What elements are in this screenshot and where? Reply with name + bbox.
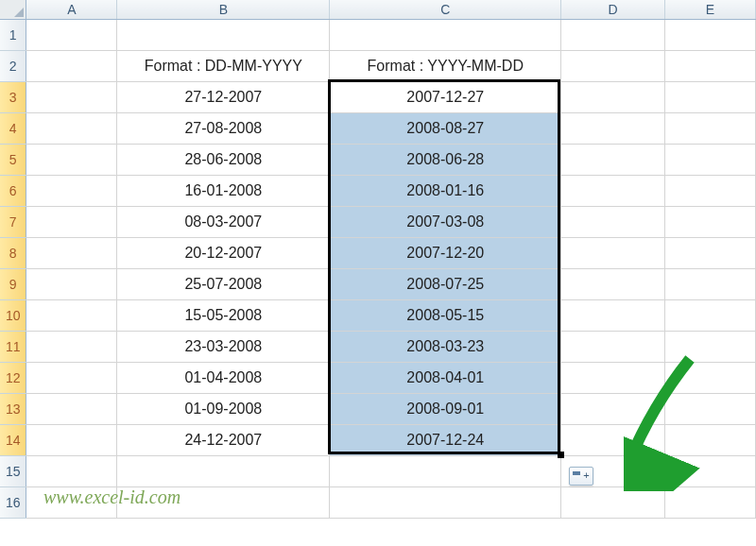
row-header-7[interactable]: 7 bbox=[0, 206, 26, 237]
cell-B3[interactable]: 27-12-2007 bbox=[117, 81, 330, 112]
select-all-corner[interactable] bbox=[0, 0, 26, 19]
cell-E8[interactable] bbox=[665, 237, 756, 268]
cell-A10[interactable] bbox=[26, 299, 117, 331]
autofill-options-button[interactable] bbox=[569, 467, 593, 486]
cell-C2[interactable]: Format : YYYY-MM-DD bbox=[330, 50, 561, 81]
row-header-15[interactable]: 15 bbox=[0, 455, 26, 486]
cell-C10[interactable]: 2008-05-15 bbox=[330, 299, 561, 331]
cell-D5[interactable] bbox=[561, 144, 665, 175]
cell-E3[interactable] bbox=[665, 81, 756, 112]
cell-E13[interactable] bbox=[665, 393, 756, 424]
row-header-14[interactable]: 14 bbox=[0, 424, 26, 455]
cell-E14[interactable] bbox=[665, 424, 756, 455]
row-header-6[interactable]: 6 bbox=[0, 175, 26, 206]
cell-B5[interactable]: 28-06-2008 bbox=[117, 144, 330, 175]
cell-A2[interactable] bbox=[26, 50, 117, 81]
cell-E5[interactable] bbox=[665, 144, 756, 175]
cell-A13[interactable] bbox=[26, 393, 117, 424]
row-header-10[interactable]: 10 bbox=[0, 299, 26, 331]
cell-B2[interactable]: Format : DD-MM-YYYY bbox=[117, 50, 330, 81]
col-header-D[interactable]: D bbox=[561, 0, 665, 19]
row-header-4[interactable]: 4 bbox=[0, 112, 26, 144]
row-header-5[interactable]: 5 bbox=[0, 144, 26, 175]
cell-E2[interactable] bbox=[665, 50, 756, 81]
cell-D12[interactable] bbox=[561, 362, 665, 393]
cell-B12[interactable]: 01-04-2008 bbox=[117, 362, 330, 393]
cell-C12[interactable]: 2008-04-01 bbox=[330, 362, 561, 393]
cell-B10[interactable]: 15-05-2008 bbox=[117, 299, 330, 331]
cell-A16[interactable] bbox=[26, 486, 117, 518]
spreadsheet-grid[interactable]: A B C D E 12Format : DD-MM-YYYYFormat : … bbox=[0, 0, 756, 519]
cell-C15[interactable] bbox=[330, 455, 561, 486]
cell-B1[interactable] bbox=[117, 19, 330, 50]
cell-C7[interactable]: 2007-03-08 bbox=[330, 206, 561, 237]
cell-D16[interactable] bbox=[561, 486, 665, 518]
cell-C4[interactable]: 2008-08-27 bbox=[330, 112, 561, 144]
row-header-16[interactable]: 16 bbox=[0, 486, 26, 518]
cell-C13[interactable]: 2008-09-01 bbox=[330, 393, 561, 424]
cell-D11[interactable] bbox=[561, 331, 665, 362]
cell-E16[interactable] bbox=[665, 486, 756, 518]
cell-A8[interactable] bbox=[26, 237, 117, 268]
cell-D7[interactable] bbox=[561, 206, 665, 237]
cell-E15[interactable] bbox=[665, 455, 756, 486]
cell-B4[interactable]: 27-08-2008 bbox=[117, 112, 330, 144]
cell-E4[interactable] bbox=[665, 112, 756, 144]
cell-E6[interactable] bbox=[665, 175, 756, 206]
cell-A15[interactable] bbox=[26, 455, 117, 486]
cell-C1[interactable] bbox=[330, 19, 561, 50]
cell-A14[interactable] bbox=[26, 424, 117, 455]
cell-D8[interactable] bbox=[561, 237, 665, 268]
cell-E9[interactable] bbox=[665, 268, 756, 299]
cell-E11[interactable] bbox=[665, 331, 756, 362]
cell-A1[interactable] bbox=[26, 19, 117, 50]
cell-C5[interactable]: 2008-06-28 bbox=[330, 144, 561, 175]
cell-D14[interactable] bbox=[561, 424, 665, 455]
cell-B15[interactable] bbox=[117, 455, 330, 486]
col-header-B[interactable]: B bbox=[117, 0, 330, 19]
cell-A11[interactable] bbox=[26, 331, 117, 362]
cell-E10[interactable] bbox=[665, 299, 756, 331]
row-header-11[interactable]: 11 bbox=[0, 331, 26, 362]
cell-B11[interactable]: 23-03-2008 bbox=[117, 331, 330, 362]
cell-D13[interactable] bbox=[561, 393, 665, 424]
cell-D10[interactable] bbox=[561, 299, 665, 331]
cell-A5[interactable] bbox=[26, 144, 117, 175]
cell-B7[interactable]: 08-03-2007 bbox=[117, 206, 330, 237]
row-header-13[interactable]: 13 bbox=[0, 393, 26, 424]
cell-C11[interactable]: 2008-03-23 bbox=[330, 331, 561, 362]
cell-C9[interactable]: 2008-07-25 bbox=[330, 268, 561, 299]
col-header-E[interactable]: E bbox=[665, 0, 756, 19]
cell-A4[interactable] bbox=[26, 112, 117, 144]
cell-B13[interactable]: 01-09-2008 bbox=[117, 393, 330, 424]
cell-A3[interactable] bbox=[26, 81, 117, 112]
cell-A9[interactable] bbox=[26, 268, 117, 299]
row-header-9[interactable]: 9 bbox=[0, 268, 26, 299]
row-header-2[interactable]: 2 bbox=[0, 50, 26, 81]
row-header-1[interactable]: 1 bbox=[0, 19, 26, 50]
cell-C6[interactable]: 2008-01-16 bbox=[330, 175, 561, 206]
cell-D6[interactable] bbox=[561, 175, 665, 206]
cell-D3[interactable] bbox=[561, 81, 665, 112]
cell-B9[interactable]: 25-07-2008 bbox=[117, 268, 330, 299]
cell-A7[interactable] bbox=[26, 206, 117, 237]
cell-C14[interactable]: 2007-12-24 bbox=[330, 424, 561, 455]
cell-D9[interactable] bbox=[561, 268, 665, 299]
cell-D1[interactable] bbox=[561, 19, 665, 50]
col-header-A[interactable]: A bbox=[26, 0, 117, 19]
cell-A12[interactable] bbox=[26, 362, 117, 393]
row-header-3[interactable]: 3 bbox=[0, 81, 26, 112]
cell-D2[interactable] bbox=[561, 50, 665, 81]
cell-C16[interactable] bbox=[330, 486, 561, 518]
row-header-12[interactable]: 12 bbox=[0, 362, 26, 393]
cell-C8[interactable]: 2007-12-20 bbox=[330, 237, 561, 268]
cell-C3[interactable]: 2007-12-27 bbox=[330, 81, 561, 112]
row-header-8[interactable]: 8 bbox=[0, 237, 26, 268]
cell-A6[interactable] bbox=[26, 175, 117, 206]
cell-B14[interactable]: 24-12-2007 bbox=[117, 424, 330, 455]
cell-B6[interactable]: 16-01-2008 bbox=[117, 175, 330, 206]
cell-B8[interactable]: 20-12-2007 bbox=[117, 237, 330, 268]
col-header-C[interactable]: C bbox=[330, 0, 561, 19]
cell-B16[interactable] bbox=[117, 486, 330, 518]
cell-E12[interactable] bbox=[665, 362, 756, 393]
